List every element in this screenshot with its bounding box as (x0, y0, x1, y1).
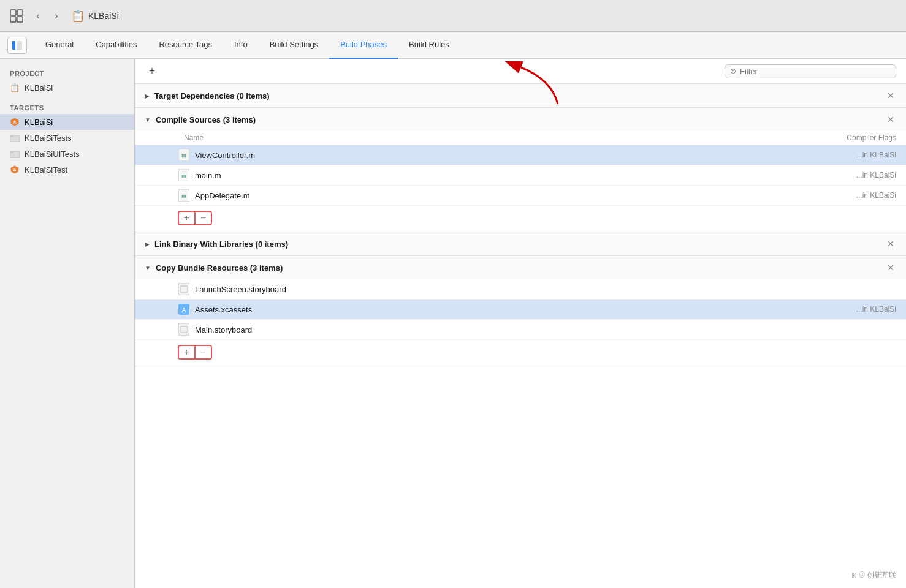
watermark: 𝕂 © 创新互联 (851, 570, 896, 581)
storyboard-file-icon-2 (178, 323, 190, 336)
m-file-icon: m (178, 169, 190, 181)
phase-header-target-dependencies[interactable]: ▶ Target Dependencies (0 items) ✕ (135, 84, 906, 107)
file-name: ViewController.m (195, 151, 854, 160)
file-path: ...in KLBaiSi (856, 171, 896, 179)
table-row[interactable]: Main.storyboard (135, 320, 906, 340)
forward-button[interactable]: › (49, 9, 64, 23)
file-path: ...in KLBaiSi (856, 305, 896, 314)
main-layout: PROJECT 📋 KLBaiSi TARGETS A KLBaiSi KLB (0, 59, 906, 588)
phase-title-3: Copy Bundle Resources (3 items) (156, 263, 283, 273)
table-row[interactable]: m main.m ...in KLBaiSi (135, 165, 906, 186)
copy-bundle-table: LaunchScreen.storyboard A Assets.xcasset… (135, 279, 906, 366)
tab-build-phases[interactable]: Build Phases (329, 32, 398, 59)
phase-header-compile-sources[interactable]: ▼ Compile Sources (3 items) ✕ (135, 108, 906, 131)
phase-compile-sources: ▼ Compile Sources (3 items) ✕ Name Compi… (135, 108, 906, 232)
project-file-icon: 📋 (10, 83, 20, 92)
bundle-add-button[interactable]: + (178, 345, 195, 360)
folder-icon-1 (10, 133, 20, 143)
tab-general[interactable]: General (34, 32, 85, 59)
compile-sources-add-remove: + − (135, 206, 906, 232)
table-header-compile: Name Compiler Flags (135, 131, 906, 145)
copy-bundle-add-remove: + − (135, 340, 906, 366)
svg-rect-5 (17, 41, 22, 50)
file-name: Assets.xcassets (195, 305, 854, 314)
filter-input[interactable] (740, 67, 891, 76)
phase-title-1: Compile Sources (3 items) (156, 115, 256, 124)
table-row[interactable]: m AppDelegate.m ...in KLBaiSi (135, 186, 906, 206)
phase-header-link-binary[interactable]: ▶ Link Binary With Libraries (0 items) ✕ (135, 232, 906, 255)
svg-text:A: A (13, 119, 17, 125)
tabbar: General Capabilities Resource Tags Info … (0, 32, 906, 59)
collapse-triangle-1: ▼ (145, 116, 151, 123)
phase-copy-bundle: ▼ Copy Bundle Resources (3 items) ✕ Laun… (135, 256, 906, 366)
phase-close-3[interactable]: ✕ (885, 262, 896, 273)
bundle-remove-button[interactable]: − (195, 345, 212, 360)
table-row[interactable]: m ViewController.m ...in KLBaiSi (135, 145, 906, 165)
svg-rect-11 (10, 151, 13, 153)
add-phase-button[interactable]: + (145, 64, 159, 78)
sidebar-item-label-1: KLBaiSiTests (25, 134, 72, 143)
sidebar-item-label-3: KLBaiSiTest (25, 165, 67, 175)
table-row[interactable]: A Assets.xcassets ...in KLBaiSi (135, 300, 906, 320)
m-file-icon: m (178, 189, 190, 202)
titlebar: ‹ › 📋 KLBaiSi (0, 0, 906, 32)
phase-title-2: Link Binary With Libraries (0 items) (154, 239, 288, 249)
file-path: ...in KLBaiSi (856, 151, 896, 159)
file-name: LaunchScreen.storyboard (195, 285, 896, 294)
targets-section-label: TARGETS (0, 100, 134, 114)
watermark-icon: 𝕂 (851, 571, 857, 580)
filter-wrap: ⊜ (725, 64, 896, 78)
phase-target-dependencies: ▶ Target Dependencies (0 items) ✕ (135, 84, 906, 108)
phase-title-0: Target Dependencies (0 items) (154, 91, 270, 100)
compile-remove-button[interactable]: − (195, 211, 212, 225)
svg-rect-2 (10, 17, 16, 22)
svg-rect-9 (10, 135, 13, 137)
sidebar-project-name: KLBaiSi (25, 83, 53, 92)
col-flags-label: Compiler Flags (783, 134, 906, 142)
project-name: KLBaiSi (88, 11, 119, 21)
collapse-triangle-3: ▼ (145, 265, 151, 271)
svg-rect-3 (17, 17, 23, 22)
sidebar-item-klbaisitests[interactable]: KLBaiSiTests (0, 130, 134, 146)
svg-text:A: A (13, 167, 17, 173)
target-icon-0: A (10, 117, 20, 127)
filter-icon: ⊜ (730, 67, 736, 75)
sidebar: PROJECT 📋 KLBaiSi TARGETS A KLBaiSi KLB (0, 59, 135, 588)
sidebar-item-label-2: KLBaiSiUITests (25, 149, 80, 159)
back-button[interactable]: ‹ (31, 9, 45, 23)
phase-link-binary: ▶ Link Binary With Libraries (0 items) ✕ (135, 232, 906, 256)
compile-add-button[interactable]: + (178, 211, 195, 225)
target-icon-3: A (10, 165, 20, 175)
project-icon: 📋 (71, 9, 85, 23)
sidebar-item-klbaisitests-ui[interactable]: KLBaiSiUITests (0, 146, 134, 162)
svg-rect-0 (10, 10, 16, 15)
tab-resource-tags[interactable]: Resource Tags (148, 32, 223, 59)
tab-info[interactable]: Info (223, 32, 259, 59)
sidebar-item-klbaisi[interactable]: A KLBaiSi (0, 114, 134, 130)
project-title: 📋 KLBaiSi (71, 9, 119, 23)
svg-text:A: A (182, 307, 186, 313)
phase-close-1[interactable]: ✕ (885, 114, 896, 125)
nav-buttons: ‹ › (31, 9, 64, 23)
tab-capabilities[interactable]: Capabilities (85, 32, 148, 59)
sidebar-item-project[interactable]: 📋 KLBaiSi (0, 80, 134, 96)
table-row[interactable]: LaunchScreen.storyboard (135, 279, 906, 300)
collapse-triangle-2: ▶ (145, 241, 150, 247)
phase-header-copy-bundle[interactable]: ▼ Copy Bundle Resources (3 items) ✕ (135, 256, 906, 279)
storyboard-file-icon (178, 283, 190, 295)
tab-build-rules[interactable]: Build Rules (398, 32, 460, 59)
svg-text:m: m (181, 173, 186, 179)
file-name: main.m (195, 171, 854, 180)
tab-build-settings[interactable]: Build Settings (259, 32, 330, 59)
phase-close-0[interactable]: ✕ (885, 90, 896, 101)
xcassets-file-icon: A (178, 303, 190, 315)
folder-icon-2 (10, 149, 20, 159)
sidebar-item-klbaisitest[interactable]: A KLBaiSiTest (0, 162, 134, 178)
phase-close-2[interactable]: ✕ (885, 238, 896, 249)
svg-rect-1 (17, 10, 23, 15)
project-section-label: PROJECT (0, 66, 134, 80)
app-icon (10, 9, 23, 23)
sidebar-toggle[interactable] (7, 37, 27, 54)
svg-text:m: m (181, 153, 186, 159)
compile-sources-table: Name Compiler Flags m ViewController.m .… (135, 131, 906, 232)
